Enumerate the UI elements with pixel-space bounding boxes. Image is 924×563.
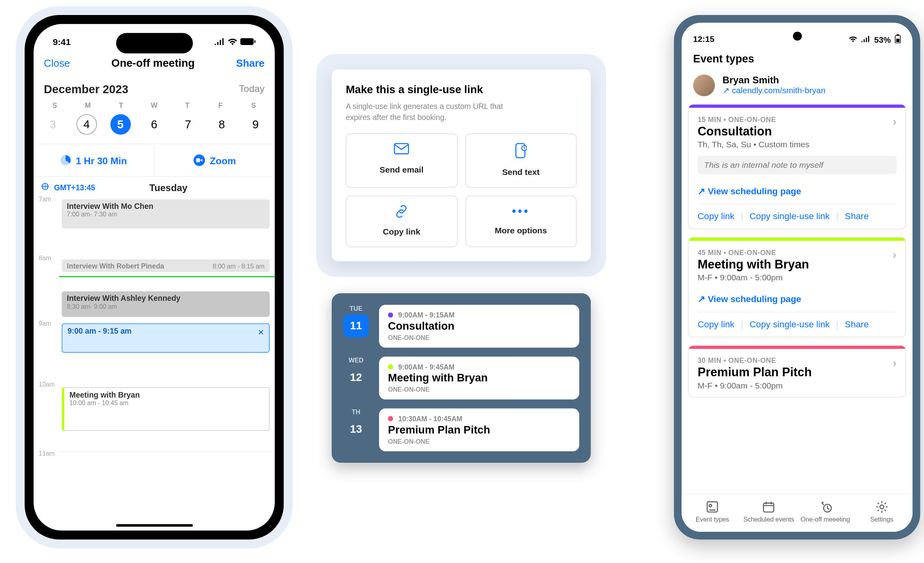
phone-icon (515, 143, 527, 158)
event-robert-pineda[interactable]: Interview With Robert Pineda 8:00 am - 8… (62, 259, 270, 272)
day-row: 3 4 5 6 7 8 9 (34, 112, 275, 145)
share-button[interactable]: Share (236, 58, 265, 69)
copy-link-action[interactable]: Copy link (698, 319, 734, 329)
share-action[interactable]: Share (845, 211, 869, 221)
close-button[interactable]: Close (44, 58, 70, 69)
event-time: 8:30 am- 9:00 am (67, 303, 265, 310)
more-icon: ••• (468, 205, 573, 219)
date-pill-th-13[interactable]: TH 13 (343, 408, 369, 451)
nav-label: Scheduled events (741, 516, 797, 523)
color-dot-icon (388, 312, 393, 317)
mode-bar: 1 Hr 30 Min Zoom (34, 144, 275, 177)
copy-single-use-link-action[interactable]: Copy single-use link (749, 319, 830, 329)
share-action[interactable]: Share (845, 319, 869, 329)
timezone-button[interactable]: GMT+13:45 (54, 183, 95, 192)
globe-icon (41, 183, 49, 192)
home-indicator (116, 524, 192, 527)
date-dow: WED (343, 357, 369, 364)
day-6[interactable]: 6 (144, 114, 165, 135)
card-subtext: A single-use link generates a custom URL… (346, 101, 512, 123)
event-name: Meeting with Bryan (388, 372, 571, 385)
dow-wed: W (145, 101, 164, 109)
signal-icon (215, 37, 225, 47)
day-7[interactable]: 7 (178, 114, 198, 135)
more-options-button[interactable]: ••• More options (465, 195, 577, 247)
nav-label: Settings (870, 516, 894, 523)
link-icon (394, 205, 409, 218)
battery-icon (240, 37, 255, 47)
slot-time: 9:00 am - 9:15 am (68, 327, 131, 336)
wifi-icon (227, 37, 238, 47)
event-time: 8:00 am - 8:15 am (212, 262, 264, 269)
day-scheduler[interactable]: 7am 8am 9am 10am 11am Interview With Mo … (34, 195, 275, 198)
nav-label: One-off meeeting (797, 516, 854, 523)
date-pill-tue-11[interactable]: TUE 11 (343, 305, 369, 348)
user-url[interactable]: calendly.com/smith-bryan (723, 85, 826, 95)
event-meta: 15 MIN • ONE-ON-ONE (698, 115, 897, 123)
event-type: ONE-ON-ONE (388, 334, 571, 341)
event-new-slot[interactable]: 9:00 am - 9:15 am × (62, 323, 270, 353)
nav-title: One-off meeting (111, 57, 195, 70)
copy-link-action[interactable]: Copy link (698, 211, 734, 221)
event-ashley-kennedy[interactable]: Interview With Ashley Kennedy 8:30 am- 9… (62, 291, 270, 317)
nav-event-types[interactable]: Event types (684, 501, 741, 523)
hour-9am: 9am (39, 320, 51, 327)
event-title: Premium Plan Pitch (698, 366, 897, 380)
signal-icon (861, 35, 870, 44)
date-num: 12 (343, 366, 369, 389)
iphone-mockup: 9:41 Close One-off meeting Share Decembe… (24, 15, 284, 539)
day-title: Tuesday (100, 182, 267, 193)
color-dot-icon (388, 416, 393, 421)
svg-rect-8 (896, 34, 899, 36)
event-name: Consultation (388, 320, 571, 333)
day-9[interactable]: 9 (245, 114, 266, 135)
event-meeting-bryan[interactable]: Meeting with Bryan 10:00 am - 10:45 am (62, 387, 270, 431)
status-time: 12:15 (693, 34, 714, 45)
gear-icon (875, 501, 888, 513)
internal-note: This is an internal note to myself (698, 156, 897, 175)
event-card-meeting-bryan[interactable]: 9:00AM - 9:45AM Meeting with Bryan ONE-O… (379, 357, 579, 400)
day-4[interactable]: 4 (76, 114, 97, 135)
date-num: 13 (343, 418, 369, 441)
option-label: More options (468, 225, 573, 235)
scheduled-events-card: TUE 11 9:00AM - 9:15AM Consultation ONE-… (332, 293, 591, 463)
event-times: M-F • 9:00am - 5:00pm (698, 381, 897, 390)
day-8[interactable]: 8 (212, 114, 232, 135)
event-card-premium-pitch[interactable]: 10:30AM - 10:45AM Premium Plan Pitch ONE… (379, 408, 579, 451)
event-title: Meeting with Bryan (698, 257, 897, 272)
date-dow: TH (343, 408, 369, 415)
nav-settings[interactable]: Settings (854, 501, 910, 523)
location-button[interactable]: Zoom (154, 144, 275, 176)
hour-11am: 11am (39, 450, 55, 457)
send-email-button[interactable]: Send email (346, 133, 458, 188)
duration-button[interactable]: 1 Hr 30 Min (34, 144, 154, 176)
event-type: ONE-ON-ONE (388, 386, 571, 393)
copy-link-button[interactable]: Copy link (346, 195, 458, 247)
view-scheduling-page-link[interactable]: View scheduling page (698, 181, 897, 205)
copy-single-use-link-action[interactable]: Copy single-use link (749, 211, 830, 221)
event-type-premium-pitch[interactable]: › 30 MIN • ONE-ON-ONE Premium Plan Pitch… (688, 345, 906, 398)
svg-rect-2 (196, 158, 200, 162)
notch (116, 33, 192, 53)
nav-one-off-meeting[interactable]: One-off meeeting (797, 501, 854, 523)
event-type-meeting-bryan[interactable]: › 45 MIN • ONE-ON-ONE Meeting with Bryan… (688, 237, 906, 337)
today-button[interactable]: Today (239, 83, 265, 96)
send-text-button[interactable]: Send text (465, 133, 577, 188)
gridline (59, 451, 275, 452)
event-type-consultation[interactable]: › 15 MIN • ONE-ON-ONE Consultation Th, T… (688, 104, 906, 229)
event-title: Interview With Mo Chen (67, 202, 265, 211)
nav-label: Event types (696, 516, 729, 523)
svg-rect-12 (764, 503, 774, 512)
event-card-consultation[interactable]: 9:00AM - 9:15AM Consultation ONE-ON-ONE (379, 305, 579, 348)
day-5-selected[interactable]: 5 (110, 114, 131, 135)
clock-icon (60, 155, 71, 165)
avatar[interactable] (693, 75, 715, 96)
date-pill-wed-12[interactable]: WED 12 (343, 357, 369, 400)
day-3[interactable]: 3 (43, 114, 63, 135)
event-meta: 30 MIN • ONE-ON-ONE (698, 357, 897, 364)
event-mo-chen[interactable]: Interview With Mo Chen 7:00 am- 7:30 am (62, 199, 270, 229)
nav-scheduled-events[interactable]: Scheduled events (741, 501, 797, 523)
close-slot-icon[interactable]: × (258, 327, 264, 338)
event-title: Interview With Robert Pineda (67, 262, 164, 269)
view-scheduling-page-link[interactable]: View scheduling page (698, 289, 897, 312)
